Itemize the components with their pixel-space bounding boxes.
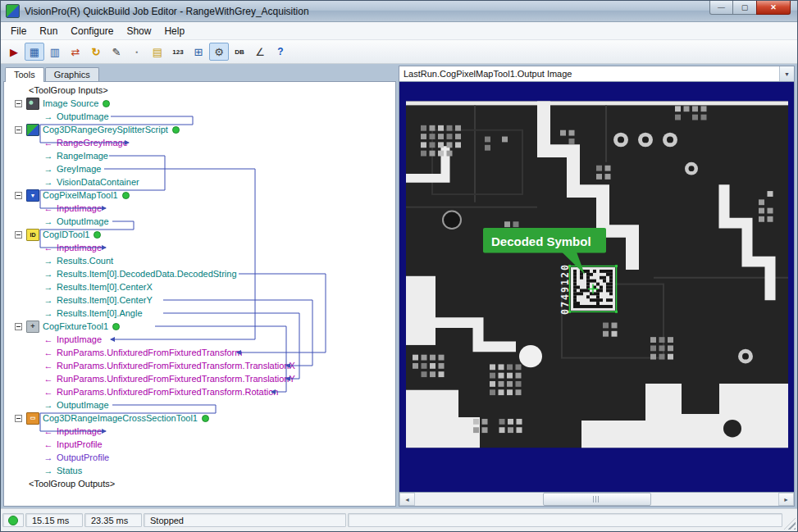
image-display[interactable]: 0749120 Decoded Symbol xyxy=(399,82,795,493)
tree-terminal-decodedstring[interactable]: Results.Item[0].DecodedData.DecodedStrin… xyxy=(4,267,395,280)
profile-output-arrow-icon xyxy=(42,452,55,462)
app-icon xyxy=(6,4,20,18)
scrollbar-track[interactable] xyxy=(415,493,778,506)
app-window: VisionPro(R) QuickBuild Job Editor - Ran… xyxy=(0,0,798,532)
edit-notes-button[interactable]: ▤ xyxy=(148,43,167,61)
tab-tools[interactable]: Tools xyxy=(5,67,44,82)
camera-icon xyxy=(26,98,39,110)
marker-button[interactable]: ▪ xyxy=(127,43,147,61)
tree-item-cog3drangegreysplitterscript[interactable]: Cog3DRangeGreySplitterScript xyxy=(4,123,395,136)
tree-terminal-unfixtured-transform[interactable]: RunParams.UnfixturedFromFixturedTransfor… xyxy=(4,346,395,359)
profile-plot-button[interactable]: ∠ xyxy=(250,43,270,61)
tree-terminal-inputprofile[interactable]: InputProfile xyxy=(4,438,395,451)
menu-show[interactable]: Show xyxy=(120,24,157,39)
rerun-button[interactable]: ↻ xyxy=(86,43,106,61)
import-export-button[interactable]: ⇄ xyxy=(66,43,85,61)
collapse-icon[interactable] xyxy=(15,415,22,422)
status-filler-panel xyxy=(348,513,782,527)
output-arrow-icon xyxy=(42,400,55,410)
output-arrow-icon xyxy=(42,269,55,279)
tree-terminal-idtool-inputimage[interactable]: InputImage xyxy=(4,241,395,254)
id-tool-icon: ID xyxy=(26,229,39,241)
tree-terminal-rangeimage[interactable]: RangeImage xyxy=(4,149,395,162)
show-toolgroup-button[interactable]: ▥ xyxy=(45,43,65,61)
tree-terminal-angle[interactable]: Results.Item[0].Angle xyxy=(4,307,395,320)
tree-item-toolgroup-outputs[interactable]: <ToolGroup Outputs> xyxy=(4,477,395,490)
pcb-image: 0749120 Decoded Symbol xyxy=(399,82,794,492)
input-arrow-icon xyxy=(42,243,55,252)
scroll-left-button[interactable]: ◄ xyxy=(399,493,415,506)
tree-terminal-results-count[interactable]: Results.Count xyxy=(4,254,395,267)
time-panel-2: 23.35 ms xyxy=(84,513,142,527)
tree-terminal-visiondatacontainer[interactable]: VisionDataContainer xyxy=(4,175,395,189)
run-indicator xyxy=(2,513,24,527)
show-grid-button[interactable]: ⊞ xyxy=(189,43,208,61)
right-pane: LastRun.CogPixelMapTool1.Output Image ▼ xyxy=(399,66,795,507)
display-selector-value: LastRun.CogPixelMapTool1.Output Image xyxy=(404,69,779,79)
title-bar: VisionPro(R) QuickBuild Job Editor - Ran… xyxy=(1,1,797,22)
status-dot xyxy=(122,192,130,199)
display-selector[interactable]: LastRun.CogPixelMapTool1.Output Image ▼ xyxy=(399,66,795,82)
tree-item-cogpixelmaptool1[interactable]: ▼CogPixelMapTool1 xyxy=(4,189,395,202)
tree-terminal-outputprofile[interactable]: OutputProfile xyxy=(4,451,395,464)
tree-terminal-translationy[interactable]: RunParams.UnfixturedFromFixturedTransfor… xyxy=(4,372,395,385)
posted-items-button[interactable]: 123 xyxy=(168,43,188,61)
tree-item-cogfixturetool1[interactable]: +CogFixtureTool1 xyxy=(4,320,395,333)
edit-mode-button[interactable]: ✎ xyxy=(107,43,126,61)
minimize-button[interactable]: — xyxy=(709,1,733,15)
input-arrow-icon xyxy=(42,426,55,436)
tree-terminal-greyimage[interactable]: GreyImage xyxy=(4,162,395,175)
menu-file[interactable]: File xyxy=(4,24,33,39)
collapse-icon[interactable] xyxy=(15,231,22,239)
dropdown-arrow-icon[interactable]: ▼ xyxy=(779,66,794,81)
tree-terminal-crosssection-inputimage[interactable]: InputImage xyxy=(4,425,395,438)
menu-configure[interactable]: Configure xyxy=(64,24,120,39)
tree-item-toolgroup-inputs[interactable]: <ToolGroup Inputs> xyxy=(4,84,395,97)
input-arrow-icon xyxy=(42,203,55,213)
collapse-icon[interactable] xyxy=(15,192,22,199)
tree-terminal-rangegreyimage[interactable]: RangeGreyImage xyxy=(4,136,395,149)
close-button[interactable]: ✕ xyxy=(756,1,791,15)
output-arrow-icon xyxy=(42,164,55,174)
help-button[interactable]: ? xyxy=(271,43,290,61)
window-controls: — ▢ ✕ xyxy=(709,1,791,15)
menu-help[interactable]: Help xyxy=(157,24,191,39)
tree-terminal-centery[interactable]: Results.Item[0].CenterY xyxy=(4,293,395,307)
menu-bar: File Run Configure Show Help xyxy=(1,22,797,40)
show-job-window-button[interactable]: ▦ xyxy=(25,43,44,61)
tree-terminal-status[interactable]: Status xyxy=(4,464,395,477)
collapse-icon[interactable] xyxy=(15,100,22,107)
output-arrow-icon xyxy=(42,111,55,121)
tree-terminal-pixelmap-inputimage[interactable]: InputImage xyxy=(4,202,395,215)
horizontal-scrollbar[interactable]: ◄ ► xyxy=(399,493,795,507)
tree-terminal-centerx[interactable]: Results.Item[0].CenterX xyxy=(4,280,395,293)
tree-item-cogidtool1[interactable]: IDCogIDTool1 xyxy=(4,228,395,241)
collapse-icon[interactable] xyxy=(15,126,22,134)
status-dot xyxy=(172,126,180,134)
tree-terminal-fixture-inputimage[interactable]: InputImage xyxy=(4,333,395,346)
tree-terminal-imagesource-outputimage[interactable]: OutputImage xyxy=(4,110,395,123)
status-dot xyxy=(202,415,209,422)
callout-label: Decoded Symbol xyxy=(491,235,591,248)
run-job-button[interactable]: ▶ xyxy=(4,43,24,61)
tree-item-cog3drangeimagecrosssectiontool1[interactable]: ▭Cog3DRangeImageCrossSectionTool1 xyxy=(4,412,395,425)
decoded-digits: 0749120 xyxy=(559,263,571,315)
menu-run[interactable]: Run xyxy=(33,24,64,39)
tree-terminal-pixelmap-outputimage[interactable]: OutputImage xyxy=(4,215,395,228)
tab-graphics[interactable]: Graphics xyxy=(45,67,99,81)
maximize-button[interactable]: ▢ xyxy=(733,1,756,15)
scrollbar-thumb[interactable] xyxy=(543,493,651,506)
resize-grip[interactable] xyxy=(784,518,796,530)
output-arrow-icon xyxy=(42,295,55,305)
scroll-right-button[interactable]: ► xyxy=(778,493,794,506)
tool-settings-button[interactable]: ⚙ xyxy=(209,43,229,61)
tree-item-image-source[interactable]: Image Source xyxy=(4,97,395,110)
collapse-icon[interactable] xyxy=(15,323,22,330)
window-title: VisionPro(R) QuickBuild Job Editor - Ran… xyxy=(25,6,309,17)
data-access-button[interactable]: DB xyxy=(230,43,249,61)
tree-terminal-rotation[interactable]: RunParams.UnfixturedFromFixturedTransfor… xyxy=(4,385,395,398)
input-arrow-icon xyxy=(42,138,55,148)
input-arrow-icon xyxy=(42,348,55,357)
tree-terminal-translationx[interactable]: RunParams.UnfixturedFromFixturedTransfor… xyxy=(4,359,395,372)
tree-terminal-fixture-outputimage[interactable]: OutputImage xyxy=(4,398,395,412)
